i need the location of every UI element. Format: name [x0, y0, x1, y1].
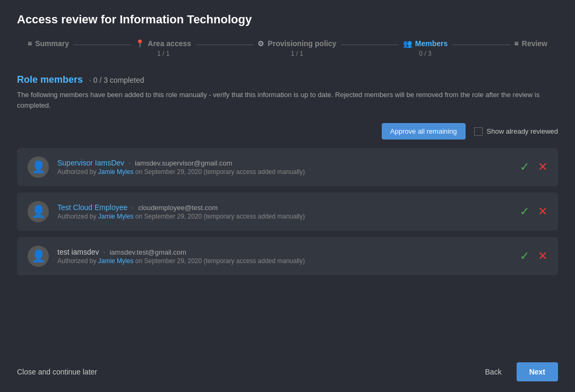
avatar: 👤	[28, 156, 49, 178]
member-actions: ✓ ✕	[520, 161, 547, 173]
stepper: ≡ Summary 📍 Area access 1 / 1 ⚙ Provisio…	[17, 39, 558, 57]
show-reviewed-text: Show already reviewed	[487, 127, 558, 135]
member-email: cloudemployee@test.com	[138, 204, 218, 212]
provisioning-icon: ⚙	[258, 39, 264, 48]
section-count: · 0 / 3 completed	[89, 76, 144, 84]
member-info: Test Cloud Employee · cloudemployee@test…	[57, 203, 511, 220]
footer-nav: Back Next	[477, 362, 558, 381]
avatar: 👤	[28, 246, 49, 267]
connector-2	[195, 45, 253, 45]
member-auth-link[interactable]: Jamie Myles	[98, 213, 134, 220]
member-auth: Authorized by Jamie Myles on September 2…	[57, 168, 511, 176]
user-icon: 👤	[31, 160, 46, 174]
table-row: 👤 Test Cloud Employee · cloudemployee@te…	[17, 193, 558, 231]
provisioning-sub: 1 / 1	[291, 50, 303, 57]
review-label: Review	[522, 39, 547, 48]
member-list: 👤 Supervisor IamsDev · iamsdev.superviso…	[17, 148, 558, 275]
approve-button[interactable]: ✓	[520, 250, 529, 262]
member-email: iamsdev.test@gmail.com	[109, 248, 186, 256]
reject-button[interactable]: ✕	[538, 161, 547, 173]
member-email: iamsdev.supervisor@gmail.com	[135, 159, 232, 167]
action-bar: Approve all remaining Show already revie…	[17, 123, 558, 140]
reject-button[interactable]: ✕	[538, 250, 547, 262]
step-review[interactable]: ≡ Review	[514, 39, 547, 48]
step-area-access[interactable]: 📍 Area access 1 / 1	[135, 39, 191, 57]
member-info: test iamsdev · iamsdev.test@gmail.com Au…	[57, 248, 511, 265]
section-header: Role members · 0 / 3 completed	[17, 74, 558, 85]
member-actions: ✓ ✕	[520, 250, 547, 262]
members-label: Members	[415, 39, 448, 48]
member-name: Supervisor IamsDev	[57, 159, 124, 167]
member-auth: Authorized by Jamie Myles on September 2…	[57, 257, 511, 265]
user-icon: 👤	[31, 249, 46, 263]
section-description: The following members have been added to…	[17, 90, 558, 110]
area-access-label: Area access	[148, 39, 191, 48]
review-icon: ≡	[514, 39, 519, 48]
table-row: 👤 Supervisor IamsDev · iamsdev.superviso…	[17, 148, 558, 186]
member-actions: ✓ ✕	[520, 206, 547, 217]
page-container: Access review for Information Technology…	[0, 0, 575, 392]
summary-label: Summary	[35, 39, 69, 48]
approve-button[interactable]: ✓	[520, 206, 529, 217]
step-summary[interactable]: ≡ Summary	[28, 39, 69, 48]
next-button[interactable]: Next	[517, 362, 558, 381]
section-title: Role members	[17, 74, 83, 85]
connector-4	[452, 45, 510, 45]
area-access-icon: 📍	[135, 39, 144, 48]
reject-button[interactable]: ✕	[538, 206, 547, 217]
user-icon: 👤	[31, 205, 46, 219]
provisioning-label: Provisioning policy	[268, 39, 336, 48]
member-name: test iamsdev	[57, 248, 99, 256]
member-info: Supervisor IamsDev · iamsdev.supervisor@…	[57, 159, 511, 176]
table-row: 👤 test iamsdev · iamsdev.test@gmail.com …	[17, 237, 558, 275]
members-sub: 0 / 3	[419, 50, 431, 57]
approve-all-button[interactable]: Approve all remaining	[382, 123, 466, 140]
footer: Close and continue later Back Next	[0, 352, 575, 392]
summary-icon: ≡	[28, 39, 32, 48]
close-continue-button[interactable]: Close and continue later	[17, 368, 97, 376]
members-icon: 👥	[403, 39, 412, 48]
show-reviewed-label[interactable]: Show already reviewed	[474, 127, 558, 136]
member-auth-link[interactable]: Jamie Myles	[98, 168, 134, 176]
main-content: Role members · 0 / 3 completed The follo…	[0, 74, 575, 352]
avatar: 👤	[28, 201, 49, 222]
approve-button[interactable]: ✓	[520, 161, 529, 173]
connector-3	[341, 45, 399, 45]
member-name: Test Cloud Employee	[57, 203, 127, 212]
header: Access review for Information Technology…	[0, 0, 575, 74]
back-button[interactable]: Back	[477, 363, 510, 380]
step-members[interactable]: 👥 Members 0 / 3	[403, 39, 448, 57]
member-auth: Authorized by Jamie Myles on September 2…	[57, 213, 511, 220]
show-reviewed-checkbox[interactable]	[474, 127, 483, 136]
page-title: Access review for Information Technology	[17, 13, 558, 27]
area-access-sub: 1 / 1	[157, 50, 169, 57]
step-provisioning-policy[interactable]: ⚙ Provisioning policy 1 / 1	[258, 39, 336, 57]
member-auth-link[interactable]: Jamie Myles	[98, 257, 134, 265]
connector-1	[73, 45, 131, 45]
